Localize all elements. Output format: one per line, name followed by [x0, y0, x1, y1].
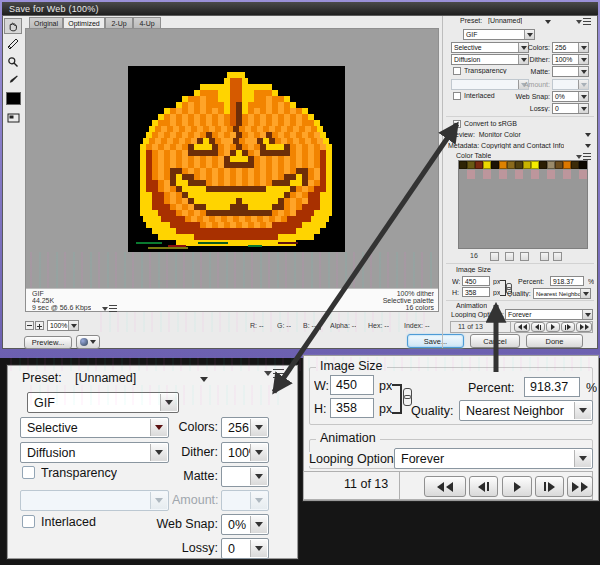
animation-title-small: Animation — [456, 302, 487, 309]
callout-lossy-select[interactable]: 0 — [221, 538, 269, 559]
width-field-small[interactable]: 450 — [462, 276, 490, 286]
ghost-swatch — [555, 170, 563, 179]
preview-button[interactable]: Preview... — [24, 336, 72, 349]
chevron-down-icon[interactable] — [585, 144, 591, 148]
last-frame-button-small[interactable] — [576, 322, 592, 332]
hand-tool-button[interactable] — [4, 18, 22, 34]
color-swatch[interactable] — [531, 161, 539, 169]
height-field-small[interactable]: 358 — [462, 287, 490, 297]
shift-web-icon[interactable] — [520, 252, 529, 261]
color-swatch[interactable] — [499, 161, 507, 169]
prev-frame-button[interactable] — [469, 476, 498, 497]
ghost-swatch — [579, 170, 587, 179]
callout-interlaced-checkbox[interactable] — [22, 515, 35, 528]
callout-preset-menu-icon[interactable] — [264, 369, 284, 378]
color-table-menu-icon[interactable] — [576, 153, 591, 160]
lock-color-icon[interactable] — [505, 252, 514, 261]
optimized-image-canvas[interactable] — [128, 66, 345, 252]
color-swatch[interactable] — [459, 161, 467, 169]
ghost-swatch — [499, 170, 507, 179]
websnap-select[interactable]: 0% — [552, 91, 589, 102]
download-time-menu-icon[interactable] — [102, 305, 117, 312]
dither-select[interactable]: 100% — [552, 54, 589, 65]
next-frame-button-small[interactable] — [561, 322, 575, 332]
callout-colors-select[interactable]: 256 — [221, 417, 269, 438]
quality-select-small[interactable]: Nearest Neighbor — [533, 288, 591, 299]
format-select[interactable]: GIF — [463, 29, 535, 40]
color-swatch[interactable] — [579, 161, 587, 169]
callout-format-select[interactable]: GIF — [27, 392, 179, 413]
toggle-slices-button[interactable] — [4, 110, 22, 126]
callout-looping-select[interactable]: Forever — [394, 448, 593, 469]
last-frame-button[interactable] — [567, 476, 593, 497]
metadata-row[interactable]: Metadata: Copyright and Contact Info — [448, 142, 564, 149]
colors-select[interactable]: 256 — [552, 42, 589, 53]
color-swatch[interactable] — [507, 161, 515, 169]
callout-dither-method-select[interactable]: Diffusion — [20, 442, 169, 463]
plus-icon — [37, 324, 42, 329]
play-button-small[interactable] — [546, 322, 560, 332]
ghost-swatch — [483, 170, 491, 179]
transparency-label: Transparency — [464, 67, 507, 74]
first-frame-button-small[interactable] — [514, 322, 530, 332]
color-swatch[interactable] — [467, 161, 475, 169]
callout-h-label: H: — [314, 402, 327, 416]
color-swatch[interactable] — [475, 161, 483, 169]
callout-percent-field[interactable]: 918.37 — [524, 377, 580, 397]
play-button[interactable] — [502, 476, 532, 497]
color-swatch[interactable] — [491, 161, 499, 169]
percent-field-small[interactable]: 918.37 — [550, 276, 584, 286]
preset-value[interactable]: [Unnamed] — [488, 17, 522, 24]
matte-select[interactable] — [552, 66, 589, 77]
next-frame-button[interactable] — [535, 476, 564, 497]
color-swatch[interactable] — [571, 161, 579, 169]
callout-preset-value[interactable]: [Unnamed] — [75, 371, 136, 385]
color-swatch[interactable] — [547, 161, 555, 169]
callout-width-field[interactable]: 450 — [330, 375, 374, 395]
callout-dither-select[interactable]: 100% — [221, 442, 269, 463]
color-swatch[interactable] — [523, 161, 531, 169]
chevron-down-icon[interactable] — [585, 133, 591, 137]
zoom-out-button[interactable] — [25, 321, 34, 330]
trash-icon[interactable] — [553, 252, 562, 261]
callout-preset-chevron-down-icon[interactable] — [200, 377, 208, 382]
transparency-checkbox[interactable] — [453, 67, 461, 75]
callout-color-reduction-select[interactable]: Selective — [20, 417, 169, 438]
color-swatch[interactable] — [515, 161, 523, 169]
eyedropper-color-swatch[interactable] — [6, 92, 21, 105]
color-swatch[interactable] — [555, 161, 563, 169]
save-button[interactable]: Save... — [407, 334, 464, 348]
interlaced-checkbox[interactable] — [453, 92, 461, 100]
prev-frame-button-small[interactable] — [531, 322, 545, 332]
callout-quality-select[interactable]: Nearest Neighbor — [459, 400, 593, 421]
window-titlebar[interactable]: Save for Web (100%) — [2, 2, 598, 15]
eyedropper-tool-button[interactable] — [4, 72, 22, 88]
convert-srgb-checkbox[interactable] — [453, 120, 461, 128]
lossy-select[interactable]: 0 — [552, 103, 589, 114]
slice-select-tool-button[interactable] — [4, 36, 22, 52]
new-color-icon[interactable] — [540, 252, 549, 261]
frame-bar-divider — [510, 321, 511, 333]
zoom-in-button[interactable] — [35, 321, 44, 330]
color-swatch[interactable] — [539, 161, 547, 169]
zoom-tool-button[interactable] — [4, 54, 22, 70]
color-swatch[interactable] — [483, 161, 491, 169]
amount-label: Amount: — [516, 81, 550, 88]
callout-transparency-checkbox[interactable] — [22, 466, 35, 479]
first-frame-button[interactable] — [424, 476, 466, 497]
browser-preview-select[interactable] — [76, 335, 100, 349]
done-button[interactable]: Done — [526, 334, 583, 348]
callout-matte-select[interactable] — [221, 466, 269, 487]
callout-height-field[interactable]: 358 — [330, 398, 374, 418]
snap-to-web-icon[interactable] — [490, 252, 499, 261]
preview-mode-row[interactable]: Preview: Monitor Color — [448, 131, 521, 138]
chevron-down-icon — [150, 419, 167, 436]
zoom-level-select[interactable]: 100% — [47, 320, 79, 331]
color-swatch[interactable] — [563, 161, 571, 169]
preset-chevron-down-icon[interactable] — [545, 20, 551, 24]
callout-amount-select — [221, 490, 269, 511]
preset-panel-menu-icon[interactable] — [576, 18, 591, 25]
looping-select-small[interactable]: Forever — [505, 309, 593, 320]
callout-websnap-select[interactable]: 0% — [221, 514, 269, 535]
cancel-button[interactable]: Cancel — [470, 334, 520, 348]
